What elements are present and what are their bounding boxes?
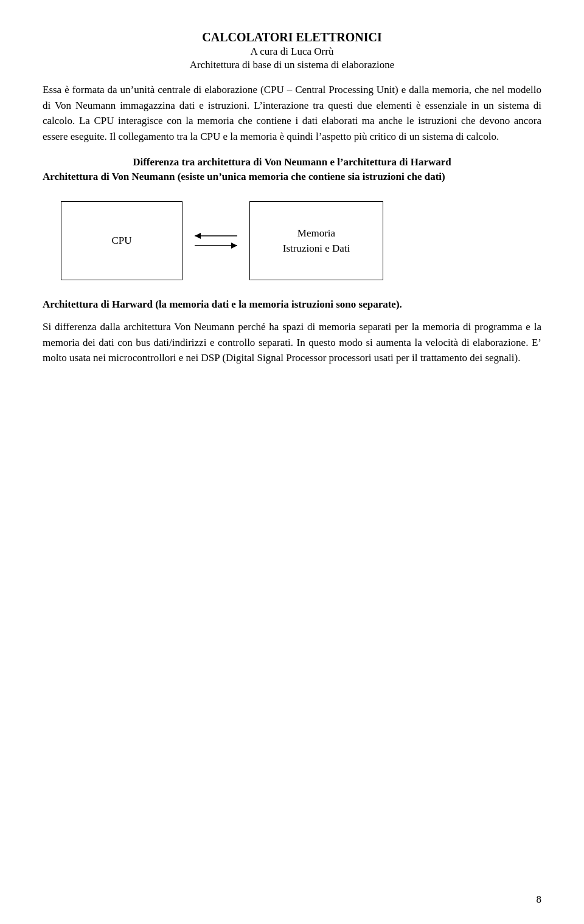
page: CALCOLATORI ELETTRONICI A cura di Luca O… (0, 0, 584, 924)
page-number: 8 (537, 894, 542, 906)
double-arrow-icon (189, 229, 243, 253)
memory-box: Memoria Istruzioni e Dati (249, 201, 383, 280)
page-subtitle2: Architettura di base di un sistema di el… (43, 59, 541, 71)
section-heading: Differenza tra architettura di Von Neuma… (43, 156, 541, 168)
memory-label-line1: Memoria (297, 226, 335, 241)
section-subheading: Architettura di Von Neumann (esiste un’u… (43, 171, 541, 183)
diagram-area: CPU Memoria Istruzioni e Dati (61, 201, 541, 280)
page-subtitle: A cura di Luca Orrù (43, 46, 541, 58)
harward-heading: Architettura di Harward (la memoria dati… (43, 298, 541, 311)
memory-label-line2: Istruzioni e Dati (283, 241, 350, 257)
cpu-box: CPU (61, 201, 182, 280)
page-title: CALCOLATORI ELETTRONICI (43, 30, 541, 44)
svg-marker-1 (195, 233, 201, 239)
svg-marker-3 (231, 243, 237, 249)
paragraph1: Essa è formata da un’unità centrale di e… (43, 82, 541, 144)
arrow-container (189, 229, 243, 253)
paragraph2: Si differenza dalla architettura Von Neu… (43, 319, 541, 366)
cpu-label: CPU (111, 235, 131, 247)
